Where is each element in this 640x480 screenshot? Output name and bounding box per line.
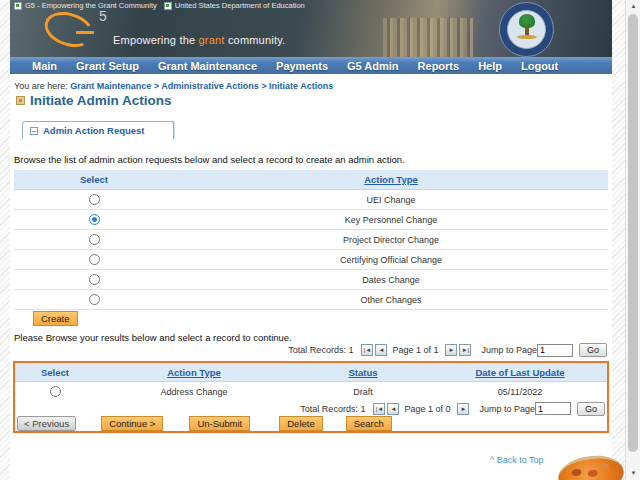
window-title-right: United States Department of Education	[164, 1, 305, 10]
radio-certifying-official-change[interactable]	[89, 254, 100, 265]
delete-button[interactable]: Delete	[279, 416, 322, 431]
results-table-header-row: Select Action Type Status Date of Last U…	[15, 363, 607, 382]
window-title-right-text: United States Department of Education	[175, 1, 305, 10]
create-button[interactable]: Create	[33, 311, 78, 326]
jump-to-page-label: Jump to Page	[479, 404, 535, 414]
page-indicator: Page 1 of 0	[404, 404, 450, 414]
table-row: Project Director Change	[14, 230, 608, 250]
intro-text: Browse the list of admin action requests…	[14, 154, 405, 165]
window-title-left-text: G5 - Empowering the Grant Community	[25, 1, 157, 10]
vertical-scrollbar[interactable]: ▲ ▼	[625, 0, 640, 480]
result-status: Draft	[353, 387, 373, 397]
g5-logo-number: 5	[99, 8, 107, 24]
table-row: Other Changes	[14, 290, 608, 310]
pagination-top: Total Records: 1 |◄ ◄ Page 1 of 1 ► ►| J…	[288, 343, 607, 357]
action-type-label: Dates Change	[362, 275, 420, 285]
seal-base	[517, 35, 537, 39]
nav-help[interactable]: Help	[478, 60, 502, 72]
action-type-label: Key Personnel Change	[345, 215, 438, 225]
radio-other-changes[interactable]	[89, 294, 100, 305]
continue-button[interactable]: Continue >	[101, 416, 163, 431]
col-header-status[interactable]: Status	[348, 367, 377, 378]
nav-g5-admin[interactable]: G5 Admin	[347, 60, 399, 72]
broken-image-icon	[14, 2, 22, 10]
col-header-select: Select	[80, 174, 108, 185]
g5-application-window: G5 - Empowering the Grant Community Unit…	[0, 0, 640, 480]
page-title: Initiate Admin Actions	[16, 93, 172, 108]
search-button[interactable]: Search	[346, 416, 392, 431]
tagline-pre: Empowering the	[113, 34, 199, 46]
first-page-button[interactable]: |◄	[373, 403, 385, 415]
breadcrumb: You are here: Grant Maintenance > Admini…	[14, 81, 333, 91]
table-row: Certifying Official Change	[14, 250, 608, 270]
action-type-label: Other Changes	[360, 295, 421, 305]
breadcrumb-prefix: You are here:	[14, 81, 68, 91]
results-instruction: Please Browse your results below and sel…	[14, 332, 292, 343]
header-banner: G5 - Empowering the Grant Community Unit…	[10, 0, 612, 57]
nav-grant-setup[interactable]: Grant Setup	[76, 60, 139, 72]
tagline-post: community.	[225, 34, 286, 46]
broken-image-icon	[164, 2, 172, 10]
total-records-label: Total Records: 1	[300, 404, 365, 414]
go-button[interactable]: Go	[579, 343, 607, 357]
admin-action-request-table: Select Action Type UEI Change Key Person…	[14, 170, 608, 310]
back-to-top-link[interactable]: ^ Back to Top	[490, 455, 544, 465]
table-row: Key Personnel Change	[14, 210, 608, 230]
result-action-type: Address Change	[160, 387, 227, 397]
breadcrumb-trail[interactable]: Grant Maintenance > Administrative Actio…	[70, 81, 333, 91]
action-buttons-row: < Previous Continue > Un-Submit Delete S…	[15, 416, 607, 431]
window-title-strip: G5 - Empowering the Grant Community Unit…	[14, 1, 305, 10]
scroll-up-arrow-icon[interactable]: ▲	[626, 0, 640, 13]
col-header-select: Select	[41, 367, 69, 378]
action-type-label: UEI Change	[366, 195, 415, 205]
results-section-highlighted: Select Action Type Status Date of Last U…	[13, 361, 609, 433]
prev-page-button[interactable]: ◄	[375, 344, 387, 356]
last-page-button[interactable]: ►|	[459, 344, 471, 356]
nav-main[interactable]: Main	[32, 60, 57, 72]
tab-admin-action-request[interactable]: Admin Action Request	[22, 121, 174, 139]
page-title-text: Initiate Admin Actions	[30, 93, 172, 108]
jump-to-page-input[interactable]	[537, 344, 573, 357]
window-title-left: G5 - Empowering the Grant Community	[14, 1, 157, 10]
radio-dates-change[interactable]	[89, 274, 100, 285]
radio-uei-change[interactable]	[89, 194, 100, 205]
tab-label: Admin Action Request	[43, 125, 145, 136]
go-button[interactable]: Go	[577, 402, 605, 416]
next-page-button[interactable]: ►	[457, 403, 469, 415]
nav-payments[interactable]: Payments	[276, 60, 328, 72]
action-type-label: Certifying Official Change	[340, 255, 442, 265]
radio-address-change[interactable]	[50, 386, 61, 397]
col-header-date-of-last-update[interactable]: Date of Last Update	[475, 367, 564, 378]
scrollbar-thumb[interactable]	[628, 14, 638, 452]
next-page-button[interactable]: ►	[445, 344, 457, 356]
prev-page-button[interactable]: ◄	[387, 403, 399, 415]
col-header-action-type[interactable]: Action Type	[167, 367, 221, 378]
nav-reports[interactable]: Reports	[418, 60, 460, 72]
unsubmit-button[interactable]: Un-Submit	[189, 416, 250, 431]
page-title-icon	[16, 96, 25, 105]
department-of-education-seal	[499, 2, 554, 57]
jump-to-page-label: Jump to Page	[481, 345, 537, 355]
results-table-row: Address Change Draft 05/11/2022	[15, 382, 607, 401]
header-tagline: Empowering the grant community.	[113, 34, 285, 46]
table-header-row: Select Action Type	[14, 170, 608, 190]
tagline-accent: grant	[199, 34, 225, 46]
g5-logo-g-icon	[40, 6, 98, 53]
jump-to-page-input[interactable]	[535, 402, 571, 415]
first-page-button[interactable]: |◄	[361, 344, 373, 356]
page-indicator: Page 1 of 1	[392, 345, 438, 355]
nav-grant-maintenance[interactable]: Grant Maintenance	[158, 60, 257, 72]
g5-logo-bar	[76, 31, 94, 34]
main-nav-bar: Main Grant Setup Grant Maintenance Payme…	[10, 57, 612, 74]
nav-logout[interactable]: Logout	[521, 60, 558, 72]
action-type-label: Project Director Change	[343, 235, 439, 245]
table-row: UEI Change	[14, 190, 608, 210]
col-header-action-type[interactable]: Action Type	[364, 174, 418, 185]
previous-button[interactable]: < Previous	[17, 416, 76, 431]
radio-project-director-change[interactable]	[89, 234, 100, 245]
tab-collapse-icon	[30, 127, 38, 135]
scroll-down-arrow-icon[interactable]: ▼	[626, 467, 640, 480]
radio-key-personnel-change[interactable]	[89, 214, 100, 225]
seal-tree-icon	[519, 14, 535, 28]
result-date: 05/11/2022	[498, 387, 542, 397]
